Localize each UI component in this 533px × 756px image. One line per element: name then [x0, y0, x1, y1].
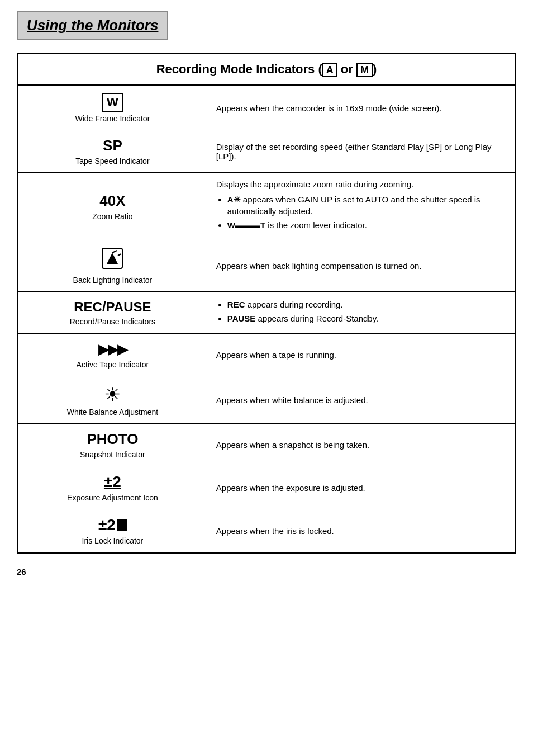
iris-left: ±2 Iris Lock Indicator [18, 509, 207, 552]
iris-desc: Appears when the iris is locked. [216, 526, 334, 536]
mode-icon-a: A [322, 63, 337, 77]
tape-speed-desc: Display of the set recording speed (eith… [216, 142, 492, 161]
iris-lock-symbol: ±2 [98, 516, 127, 534]
table-row: Back Lighting Indicator Appears when bac… [18, 240, 515, 292]
mode-icon-m: M [356, 63, 373, 77]
wide-frame-desc: Appears when the camcorder is in 16x9 mo… [216, 103, 442, 113]
rec-word: REC [227, 300, 245, 309]
table-title-text: Recording Mode Indicators ( [156, 62, 322, 76]
page-header: Using the Monitors [17, 11, 168, 40]
rec-pause-bullets: REC appears during recording. PAUSE appe… [216, 299, 506, 324]
back-lighting-right: Appears when back lighting compensation … [207, 240, 515, 292]
back-lighting-icon [101, 247, 123, 272]
table-title-end: ) [373, 62, 377, 76]
back-lighting-label: Back Lighting Indicator [27, 276, 198, 285]
exposure-desc: Appears when the exposure is adjusted. [216, 483, 365, 493]
photo-left: PHOTO Snapshot Indicator [18, 424, 207, 466]
table-row: ▶▶▶ Active Tape Indicator Appears when a… [18, 334, 515, 376]
wb-right: Appears when white balance is adjusted. [207, 376, 515, 424]
table-row: 40X Zoom Ratio Displays the approximate … [18, 173, 515, 240]
wide-frame-left: W Wide Frame Indicator [18, 86, 207, 130]
indicator-table: W Wide Frame Indicator Appears when the … [18, 86, 515, 552]
photo-right: Appears when a snapshot is being taken. [207, 424, 515, 466]
active-tape-desc: Appears when a tape is running. [216, 350, 336, 360]
active-tape-icon: ▶▶▶ [98, 341, 127, 358]
rec-pause-right: REC appears during recording. PAUSE appe… [207, 292, 515, 334]
photo-symbol: PHOTO [27, 431, 198, 448]
table-container: Recording Mode Indicators (A or M) W Wid… [17, 53, 516, 554]
back-lighting-desc: Appears when back lighting compensation … [216, 261, 422, 271]
photo-desc: Appears when a snapshot is being taken. [216, 440, 369, 450]
zoom-lever-symbol: W▬▬▬T [227, 220, 265, 230]
zoom-bullets: A✳ appears when GAIN UP is set to AUTO a… [216, 193, 506, 231]
tape-speed-left: SP Tape Speed Indicator [18, 130, 207, 173]
svg-line-3 [118, 254, 121, 256]
zoom-bullet-1: A✳ appears when GAIN UP is set to AUTO a… [227, 193, 506, 217]
table-title: Recording Mode Indicators (A or M) [18, 54, 515, 86]
pause-bullet: PAUSE appears during Record-Standby. [227, 313, 506, 324]
back-lighting-left: Back Lighting Indicator [18, 240, 207, 292]
iris-num: ±2 [98, 516, 116, 534]
active-tape-right: Appears when a tape is running. [207, 334, 515, 376]
rec-bullet: REC appears during recording. [227, 299, 506, 310]
zoom-label: Zoom Ratio [27, 212, 198, 221]
rec-pause-label: Record/Pause Indicators [27, 317, 198, 326]
rec-pause-left: REC/PAUSE Record/Pause Indicators [18, 292, 207, 334]
svg-line-2 [112, 251, 117, 253]
page-title: Using the Monitors [27, 17, 158, 34]
rec-pause-symbol: REC/PAUSE [27, 299, 198, 315]
exposure-symbol: ±2 [104, 473, 121, 491]
zoom-symbol: 40X [27, 192, 198, 210]
table-row: SP Tape Speed Indicator Display of the s… [18, 130, 515, 173]
iris-lock-square-icon [117, 519, 127, 531]
tape-speed-right: Display of the set recording speed (eith… [207, 130, 515, 173]
active-tape-left: ▶▶▶ Active Tape Indicator [18, 334, 207, 376]
table-row: ±2 Exposure Adjustment Icon Appears when… [18, 466, 515, 509]
wb-icon: ☀ [104, 383, 121, 405]
zoom-desc-main: Displays the approximate zoom ratio duri… [216, 179, 414, 189]
iris-label: Iris Lock Indicator [27, 536, 198, 545]
table-row: PHOTO Snapshot Indicator Appears when a … [18, 424, 515, 466]
wide-frame-label: Wide Frame Indicator [27, 114, 198, 123]
wb-label: White Balance Adjustment [27, 408, 198, 417]
tape-speed-symbol: SP [27, 137, 198, 154]
wb-desc: Appears when white balance is adjusted. [216, 395, 368, 405]
wide-frame-right: Appears when the camcorder is in 16x9 mo… [207, 86, 515, 130]
gain-symbol: A✳ [227, 195, 241, 204]
zoom-left: 40X Zoom Ratio [18, 173, 207, 240]
tape-speed-label: Tape Speed Indicator [27, 157, 198, 166]
table-row: W Wide Frame Indicator Appears when the … [18, 86, 515, 130]
iris-right: Appears when the iris is locked. [207, 509, 515, 552]
exposure-right: Appears when the exposure is adjusted. [207, 466, 515, 509]
table-row: REC/PAUSE Record/Pause Indicators REC ap… [18, 292, 515, 334]
photo-label: Snapshot Indicator [27, 450, 198, 459]
svg-marker-1 [107, 253, 118, 264]
zoom-right: Displays the approximate zoom ratio duri… [207, 173, 515, 240]
pause-word: PAUSE [227, 314, 256, 323]
table-title-or: or [337, 62, 356, 76]
table-row: ±2 Iris Lock Indicator Appears when the … [18, 509, 515, 552]
exposure-label: Exposure Adjustment Icon [27, 493, 198, 502]
wide-frame-icon: W [102, 93, 123, 112]
active-tape-label: Active Tape Indicator [27, 360, 198, 369]
table-row: ☀ White Balance Adjustment Appears when … [18, 376, 515, 424]
zoom-bullet-2: W▬▬▬T is the zoom lever indicator. [227, 219, 506, 231]
page-number: 26 [17, 567, 516, 577]
wb-left: ☀ White Balance Adjustment [18, 376, 207, 424]
exposure-left: ±2 Exposure Adjustment Icon [18, 466, 207, 509]
